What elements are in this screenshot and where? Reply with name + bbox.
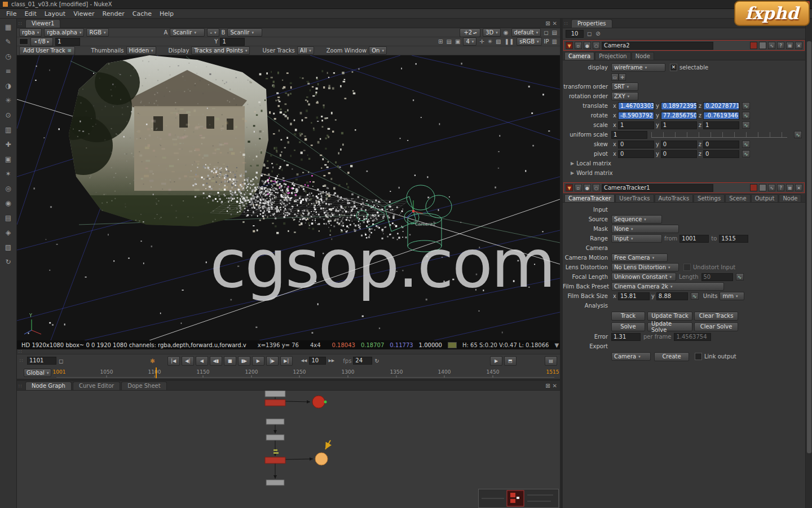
units-select[interactable]: mm <box>720 292 744 300</box>
close-icon[interactable]: ✕ <box>795 42 802 49</box>
step-back-button[interactable]: ◀ <box>196 356 208 366</box>
panel-grip-icon[interactable]: ∷ <box>564 20 570 28</box>
image-icon[interactable]: ▦ <box>2 23 15 32</box>
animation-menu-icon[interactable]: ∿ <box>742 150 750 157</box>
tab-curve-editor[interactable]: Curve Editor <box>73 382 120 390</box>
tab-output[interactable]: Output <box>751 194 779 202</box>
bg-swatch[interactable] <box>19 38 28 45</box>
dag-node[interactable] <box>265 391 285 397</box>
display-select[interactable]: wireframe <box>611 63 665 72</box>
menu-layout[interactable]: Layout <box>41 10 69 17</box>
swatch-icon[interactable]: ▫ <box>575 184 582 191</box>
film-back-y-field[interactable]: 8.88 <box>656 292 688 300</box>
scale-y-field[interactable]: 1 <box>661 121 697 129</box>
rotate-z-field[interactable]: -0.7619346 <box>703 112 739 120</box>
center-icon[interactable]: ● <box>584 184 591 191</box>
range-from-field[interactable]: 1001 <box>679 235 709 243</box>
uniform-scale-slider[interactable] <box>651 132 787 138</box>
frame-increment-field[interactable]: 10 <box>309 357 326 365</box>
dag-node[interactable] <box>266 480 284 485</box>
dag-node[interactable] <box>315 453 328 465</box>
mask-select[interactable]: None <box>611 225 679 233</box>
export-type-select[interactable]: Camera <box>611 352 651 361</box>
float-panel-icon[interactable]: ⊠ <box>545 20 550 27</box>
wipe-icon[interactable]: ▧ <box>495 38 501 45</box>
checker-icon[interactable]: ✳ <box>487 38 493 45</box>
close-panel-icon[interactable]: ✕ <box>553 20 557 27</box>
close-panel-icon[interactable]: ✕ <box>553 383 557 389</box>
collapse-icon[interactable]: ▼ <box>566 42 573 49</box>
roi-icon[interactable]: ✛ <box>479 38 484 45</box>
error-field[interactable]: 1.31 <box>611 333 641 341</box>
clear-solve-button[interactable]: Clear Solve <box>694 322 738 331</box>
max-panels-field[interactable]: 10 <box>566 30 584 38</box>
expand-icon[interactable]: ▶ <box>571 161 574 166</box>
mini-node-graph-popup[interactable] <box>478 489 559 508</box>
display-select[interactable]: Tracks and Points <box>191 46 250 55</box>
viewer-camera-select[interactable]: default <box>511 28 541 37</box>
color-icon[interactable]: ◑ <box>2 82 15 90</box>
translate-z-field[interactable]: 0.20278771 <box>703 102 739 110</box>
tab-cameratracker[interactable]: CameraTracker <box>564 194 615 202</box>
scale-z-field[interactable]: 1 <box>703 121 739 129</box>
prev-keyframe-button[interactable]: ◀| <box>182 356 194 366</box>
gl-color-swatch[interactable] <box>759 184 766 191</box>
tab-node-graph[interactable]: Node Graph <box>25 382 72 390</box>
a-buffer-select[interactable]: Scanlir <box>170 28 205 37</box>
play-forward-button[interactable]: ▮▶ <box>238 356 250 366</box>
menu-file[interactable]: File <box>2 10 20 17</box>
viewport-canvas[interactable] <box>17 55 560 340</box>
guides-icon[interactable]: ⊞ <box>438 38 443 45</box>
animation-menu-icon[interactable]: ∿ <box>742 112 750 119</box>
view-mode-select[interactable]: 3D <box>483 28 501 37</box>
length-field[interactable]: 50 <box>701 273 733 281</box>
menu-render[interactable]: Render <box>99 10 129 17</box>
float-panel-icon[interactable]: ⊠ <box>545 383 550 389</box>
undistort-checkbox[interactable]: ✕ <box>683 264 691 271</box>
bulb-icon[interactable]: ○ <box>593 184 600 191</box>
dag-node[interactable] <box>312 396 325 408</box>
layers-icon[interactable]: ▥ <box>551 38 558 45</box>
help-icon[interactable]: ? <box>777 42 784 49</box>
channels-select[interactable]: RGB <box>86 28 108 37</box>
film-back-preset-select[interactable]: Cinema Camera 2k <box>611 282 724 291</box>
draw-icon[interactable]: ✎ <box>2 38 15 46</box>
pivot-z-field[interactable]: 0 <box>703 150 739 158</box>
gl-color-swatch[interactable] <box>759 42 766 49</box>
skew-x-field[interactable]: 0 <box>618 141 654 148</box>
alpha-layer-select[interactable]: rgba.alpha <box>44 28 84 37</box>
play-backward-button[interactable]: ◀▮ <box>210 356 222 366</box>
animation-menu-icon[interactable]: ∿ <box>742 141 750 148</box>
input-process-label[interactable]: IP <box>544 38 549 45</box>
settings-icon[interactable]: ▤ <box>551 29 558 36</box>
dag-node[interactable] <box>265 400 285 406</box>
float-icon[interactable]: ⊠ <box>786 184 793 191</box>
panel-grip-icon[interactable]: ∷ <box>19 383 24 390</box>
close-icon[interactable]: ✕ <box>795 184 802 191</box>
loop-icon[interactable]: ↻ <box>374 357 379 365</box>
splitter[interactable]: ∷ <box>17 349 560 354</box>
translate-x-field[interactable]: 1.46703303 <box>618 102 654 110</box>
keyer-icon[interactable]: ⊙ <box>2 111 15 120</box>
splitter-grip-icon[interactable]: ∷ <box>19 348 24 356</box>
pivot-y-field[interactable]: 0 <box>661 150 697 158</box>
selectable-checkbox[interactable]: ✕ <box>670 64 677 71</box>
skip-back-icon[interactable]: ◀◀ <box>301 357 308 365</box>
add-user-track-button[interactable]: Add User Track⊞ <box>19 46 75 55</box>
node-name-field[interactable]: Camera2 <box>602 42 713 50</box>
local-matrix-label[interactable]: Local matrix <box>576 160 611 167</box>
center-icon[interactable]: ● <box>584 42 591 49</box>
menu-help[interactable]: Help <box>156 10 178 17</box>
timeline[interactable]: Global 1001 1050 1100 1150 1200 1250 130… <box>17 367 560 379</box>
scale-x-field[interactable]: 1 <box>618 121 654 129</box>
range-select[interactable]: Input <box>611 234 662 243</box>
deep-icon[interactable]: ◎ <box>2 185 15 193</box>
camera-icon[interactable]: ◉ <box>503 29 509 36</box>
user-tracks-select[interactable]: All <box>297 46 314 55</box>
current-frame-field[interactable]: 1101 <box>27 357 56 365</box>
tab-settings[interactable]: Settings <box>694 194 725 202</box>
solve-button[interactable]: Solve <box>611 322 645 331</box>
flipbook-icon[interactable]: ▶ <box>490 356 502 366</box>
tab-properties[interactable]: Properties <box>571 19 612 28</box>
transform-order-select[interactable]: SRT <box>611 82 638 91</box>
